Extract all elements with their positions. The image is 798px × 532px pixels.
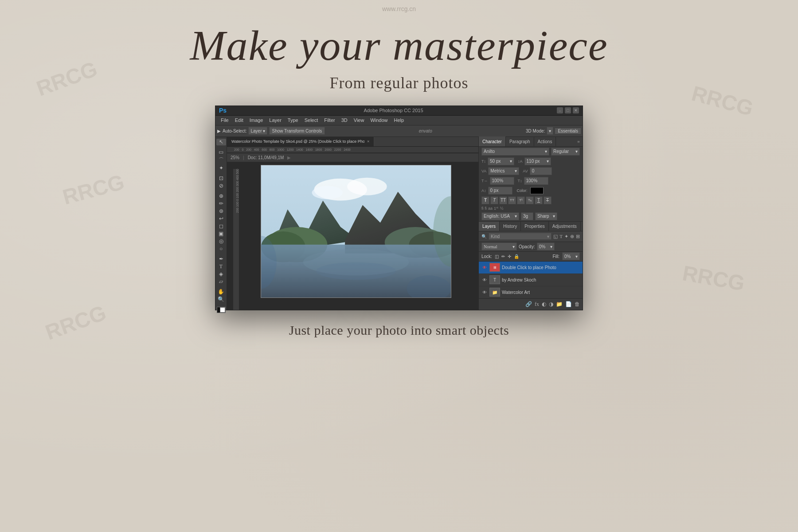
- kerning-input[interactable]: 0: [530, 167, 552, 175]
- sub-btn[interactable]: T₁: [526, 196, 534, 204]
- fg-bg-colors[interactable]: [217, 307, 226, 313]
- mask-icon[interactable]: ◐: [542, 301, 546, 308]
- ps-minimize-btn[interactable]: –: [557, 107, 563, 113]
- tool-move[interactable]: ↖: [216, 139, 226, 145]
- layer-filter-icon3[interactable]: ✦: [564, 234, 568, 239]
- layer-filter-icon4[interactable]: ⊕: [570, 234, 574, 239]
- new-layer-icon[interactable]: 📄: [565, 301, 572, 308]
- auto-select-dropdown[interactable]: Layer ▾: [248, 127, 267, 135]
- layer-3-visibility[interactable]: 👁: [481, 289, 488, 295]
- tool-eraser[interactable]: ◻: [216, 223, 226, 230]
- underline-btn[interactable]: T: [535, 196, 543, 204]
- lock-position-btn[interactable]: ✛: [508, 254, 511, 259]
- italic-btn[interactable]: T: [490, 196, 498, 204]
- ps-close-btn[interactable]: ✕: [573, 107, 579, 113]
- show-transform-btn[interactable]: Show Transform Controls: [269, 127, 325, 135]
- font-style-input[interactable]: Regular ▾: [551, 148, 580, 156]
- bold-btn[interactable]: T: [481, 196, 489, 204]
- layer-filter-icon2[interactable]: T: [559, 234, 563, 239]
- lock-label: Lock:: [481, 254, 492, 259]
- tab-actions[interactable]: Actions: [534, 137, 556, 146]
- menu-image[interactable]: Image: [247, 117, 266, 124]
- tool-path-select[interactable]: ◈: [216, 271, 226, 278]
- smallcaps-btn[interactable]: TT: [508, 196, 516, 204]
- baseline-input[interactable]: 0 px: [488, 187, 512, 195]
- essentials-badge[interactable]: Essentials: [555, 128, 581, 134]
- tool-marquee[interactable]: ▭: [216, 149, 226, 156]
- blend-mode-select[interactable]: Normal ▾: [481, 243, 517, 250]
- tool-history-brush[interactable]: ↩: [216, 215, 226, 222]
- menu-3d[interactable]: 3D: [339, 117, 350, 124]
- layer-filter-icon1[interactable]: ◱: [553, 234, 558, 239]
- link-icon[interactable]: 🔗: [525, 301, 532, 308]
- menu-help[interactable]: Help: [391, 117, 407, 124]
- tool-healing[interactable]: ⊕: [216, 193, 226, 200]
- fx-icon[interactable]: fx: [535, 301, 539, 308]
- menu-type[interactable]: Type: [285, 117, 301, 124]
- sharp-select[interactable]: Sharp ▾: [535, 212, 557, 220]
- fill-input[interactable]: 0% ▾: [562, 252, 580, 260]
- font-size-input[interactable]: 50 px ▾: [488, 157, 514, 165]
- tool-zoom[interactable]: 🔍: [216, 296, 226, 303]
- tool-clone[interactable]: ⊛: [216, 208, 226, 215]
- tool-gradient[interactable]: ▣: [216, 231, 226, 237]
- group-icon[interactable]: 📁: [556, 301, 563, 308]
- font-family-input[interactable]: Anilto ▾: [481, 148, 549, 156]
- tool-crop[interactable]: ⊡: [216, 175, 226, 182]
- anti-alias-input[interactable]: 3g: [521, 212, 533, 220]
- menu-edit[interactable]: Edit: [232, 117, 246, 124]
- strikethrough-btn[interactable]: T: [544, 196, 552, 204]
- tool-eyedropper[interactable]: ⊘: [216, 183, 226, 189]
- layer-item-1[interactable]: 👁 ⊞ Double Click to place Photo: [479, 262, 583, 274]
- layer-1-visibility[interactable]: 👁: [481, 264, 488, 270]
- ps-tab-close[interactable]: ×: [367, 139, 369, 144]
- tab-properties[interactable]: Properties: [521, 222, 549, 231]
- 3d-mode-dropdown[interactable]: ▾: [547, 127, 553, 135]
- leading-input[interactable]: 110 px ▾: [524, 157, 551, 165]
- tool-lasso[interactable]: ⌒: [216, 156, 226, 164]
- menu-select[interactable]: Select: [302, 117, 321, 124]
- lock-all-btn[interactable]: 🔒: [514, 254, 519, 259]
- menu-filter[interactable]: Filter: [321, 117, 337, 124]
- lock-image-btn[interactable]: ✏: [501, 254, 505, 259]
- tab-history[interactable]: History: [500, 222, 521, 231]
- tab-paths[interactable]: Paths: [581, 222, 583, 231]
- tool-blur[interactable]: ◎: [216, 238, 226, 245]
- menu-file[interactable]: File: [218, 117, 231, 124]
- allcaps-btn[interactable]: TT: [499, 196, 507, 204]
- delete-layer-icon[interactable]: 🗑: [575, 301, 580, 308]
- adjustment-icon[interactable]: ◑: [549, 301, 553, 308]
- menu-layer[interactable]: Layer: [266, 117, 284, 124]
- tab-paragraph[interactable]: Paragraph: [506, 137, 534, 146]
- move-tool-icon[interactable]: ▶: [217, 129, 221, 133]
- tab-layers[interactable]: Layers: [479, 222, 500, 231]
- tool-type[interactable]: T: [216, 263, 226, 270]
- scale-h-input[interactable]: 100%: [490, 177, 514, 185]
- super-btn[interactable]: T¹: [517, 196, 525, 204]
- layer-item-2[interactable]: 👁 T by Andrew Skoch: [479, 274, 583, 286]
- color-swatch[interactable]: [530, 187, 544, 194]
- tracking-select[interactable]: Metrics ▾: [488, 167, 519, 175]
- layer-item-3[interactable]: 👁 📁 Watercolor Art: [479, 286, 583, 298]
- menu-view[interactable]: View: [351, 117, 367, 124]
- ps-maximize-btn[interactable]: □: [565, 107, 571, 113]
- ps-logo: Ps: [219, 107, 227, 114]
- tab-character[interactable]: Character: [479, 137, 506, 146]
- tool-brush[interactable]: ✏: [216, 200, 226, 207]
- tab-adjustments[interactable]: Adjustments: [549, 222, 581, 231]
- opacity-input[interactable]: 0% ▾: [537, 243, 555, 250]
- layer-2-visibility[interactable]: 👁: [481, 277, 488, 283]
- tool-dodge[interactable]: ○: [216, 246, 226, 252]
- scale-v-input[interactable]: 100%: [524, 177, 548, 185]
- ps-active-tab[interactable]: Watercolor Photo Template by Sko4.psd @ …: [227, 137, 374, 147]
- tool-pen[interactable]: ✒: [216, 256, 226, 262]
- layers-kind-select[interactable]: Kind ▾: [489, 233, 552, 240]
- tool-magic-wand[interactable]: ✦: [216, 165, 226, 172]
- menu-window[interactable]: Window: [368, 117, 390, 124]
- lock-transparent-btn[interactable]: ◫: [495, 254, 499, 259]
- language-select[interactable]: English: USA ▾: [481, 212, 519, 220]
- panel-menu-btn[interactable]: ≡: [575, 139, 583, 144]
- layer-filter-icon5[interactable]: ⊞: [576, 234, 580, 239]
- tool-shape[interactable]: ▱: [216, 278, 226, 285]
- tool-hand[interactable]: ✋: [216, 289, 226, 295]
